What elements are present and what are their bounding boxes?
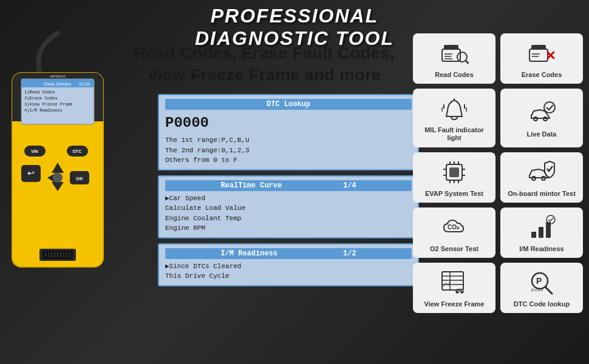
realtime-line2: Calculate Load Value [165, 204, 245, 212]
dtc-lookup-screen: DTC Lookup P0000 The 1st range:P,C,B,U T… [158, 94, 419, 170]
im-readiness-screen: I/M Readiness 1/2 ▶Since DTCs Cleared Th… [158, 243, 419, 286]
svg-line-84 [545, 287, 552, 294]
tagline-line1: Read Codes, Erase Fault Codes, [134, 42, 394, 64]
svg-text:P: P [536, 276, 542, 286]
dtc-range2: The 2nd range:0,1,2,3 [165, 147, 250, 154]
svg-rect-74 [546, 222, 551, 238]
svg-text:↩: ↩ [27, 168, 35, 178]
live-data-icon [526, 98, 557, 128]
feature-view-freeze: View Freeze Frame [413, 263, 495, 313]
svg-rect-72 [531, 232, 536, 238]
dtc-code-display: P0000 [165, 112, 412, 134]
read-codes-label: Read Codes [435, 71, 474, 79]
realtime-curve-screen: RealTime Curve 1/4 ▶Car Speed Calculate … [158, 175, 419, 238]
erase-codes-icon [526, 38, 557, 69]
svg-text:1)Read Codes: 1)Read Codes [24, 90, 55, 95]
svg-text:Data Stream: Data Stream [44, 81, 72, 87]
realtime-line1: ▶Car Speed [165, 195, 205, 202]
svg-text:OK: OK [76, 176, 83, 181]
svg-text:4)I/M Readiness: 4)I/M Readiness [24, 108, 63, 113]
feature-live-data: Live Data [500, 89, 583, 147]
view-freeze-label: View Freeze Frame [424, 300, 485, 308]
dtc-range1: The 1st range:P,C,B,U [165, 136, 250, 144]
svg-rect-58 [449, 167, 459, 177]
realtime-screen-content: ▶Car Speed Calculate Load Value Engine C… [165, 194, 412, 234]
o2-sensor-label: O2 Sensor Test [430, 245, 478, 253]
tagline-section: Read Codes, Erase Fault Codes, View Free… [134, 42, 394, 87]
view-freeze-icon [439, 268, 469, 298]
im-screen-title: I/M Readiness 1/2 [165, 248, 412, 259]
svg-rect-40 [444, 45, 458, 50]
scanner-svg: Data Stream 01/10 1)Read Codes 2)Erase C… [6, 30, 109, 315]
dtc-screen-title: DTC Lookup [165, 99, 412, 110]
svg-text:VIN: VIN [31, 149, 38, 153]
svg-point-82 [461, 291, 463, 294]
feature-o2-sensor: CO₂ O2 Sensor Test [413, 207, 495, 258]
svg-rect-76 [442, 272, 463, 290]
dtc-lookup-icon: P P××× [526, 268, 557, 298]
device-image: Data Stream 01/10 1)Read Codes 2)Erase C… [6, 30, 140, 346]
svg-rect-44 [529, 49, 548, 61]
realtime-line3: Engine Coolant Temp [165, 215, 241, 222]
feature-im-readiness: I/M Readiness [500, 207, 583, 258]
feature-mil-fault: MIL Fault indicator light [413, 89, 495, 147]
svg-point-81 [456, 291, 458, 294]
onboard-monitor-label: On-board mintor Test [508, 190, 576, 198]
dtc-lookup-label: DTC Code lookup [514, 300, 570, 308]
im-readiness-icon [526, 212, 557, 243]
feature-onboard-monitor: On-board mintor Test [500, 152, 583, 203]
im-line1: ▶Since DTCs Cleared [165, 263, 241, 270]
feature-evap-system: EVAP System Test [413, 152, 495, 203]
feature-erase-codes: Erase Codes [500, 33, 583, 84]
tagline-line2: View Freeze Frame and more [134, 64, 394, 86]
dtc-screen-content: P0000 The 1st range:P,C,B,U The 2nd rang… [165, 112, 412, 166]
svg-rect-73 [539, 227, 543, 238]
svg-text:3)View Freeze Frame: 3)View Freeze Frame [24, 102, 73, 107]
svg-text:MP69033: MP69033 [50, 75, 66, 78]
realtime-line4: Engine RPM [165, 224, 205, 232]
dtc-range3: Others from 0 to F [165, 157, 237, 164]
svg-point-56 [544, 102, 555, 113]
live-data-label: Live Data [527, 130, 557, 138]
o2-sensor-icon: CO₂ [439, 212, 469, 243]
im-line2: This Drive Cycle [165, 272, 230, 280]
im-readiness-label: I/M Readiness [519, 245, 563, 253]
read-codes-icon [439, 38, 469, 69]
svg-point-75 [546, 215, 555, 224]
onboard-monitor-icon [526, 157, 557, 187]
feature-read-codes: Read Codes [413, 33, 495, 84]
svg-rect-45 [531, 45, 546, 50]
screens-section: DTC Lookup P0000 The 1st range:P,C,B,U T… [158, 94, 419, 286]
svg-text:2)Erase Codes: 2)Erase Codes [24, 96, 58, 101]
evap-system-icon [439, 157, 469, 187]
erase-codes-label: Erase Codes [522, 71, 562, 79]
svg-line-39 [466, 61, 468, 63]
evap-system-label: EVAP System Test [425, 190, 483, 198]
svg-point-24 [53, 173, 63, 183]
svg-text:P×××: P××× [531, 288, 543, 293]
feature-dtc-lookup: P P××× DTC Code lookup [500, 263, 583, 313]
svg-text:CO₂: CO₂ [448, 224, 459, 231]
features-grid: Read Codes Erase Codes [413, 33, 583, 313]
im-screen-content: ▶Since DTCs Cleared This Drive Cycle [165, 261, 412, 281]
mil-fault-icon [439, 93, 469, 124]
mil-fault-label: MIL Fault indicator light [418, 126, 491, 142]
realtime-screen-title: RealTime Curve 1/4 [165, 180, 412, 191]
svg-text:DTC: DTC [73, 149, 81, 153]
svg-text:01/10: 01/10 [79, 82, 90, 86]
svg-text:MOTOPOWER: MOTOPOWER [35, 127, 80, 135]
